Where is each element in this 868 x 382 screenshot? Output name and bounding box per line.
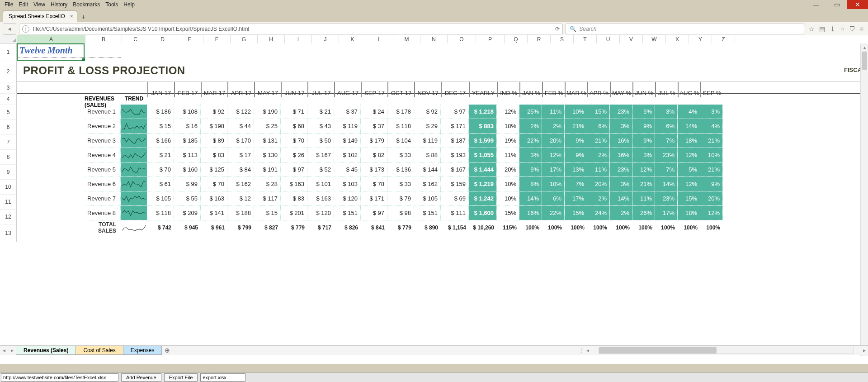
- value-cell[interactable]: $ 179: [361, 134, 387, 148]
- month-pct-cell[interactable]: 7%: [655, 134, 677, 148]
- month-pct-cell[interactable]: 3%: [610, 119, 632, 133]
- month-pct-cell[interactable]: 17%: [542, 162, 564, 177]
- month-pct-cell[interactable]: 17%: [655, 206, 677, 220]
- month-pct-cell[interactable]: 13%: [565, 162, 587, 177]
- col-header-U[interactable]: U: [597, 35, 620, 43]
- url-input[interactable]: i file:///C:/Users/admin/Documents/Sampl…: [19, 24, 563, 34]
- value-cell[interactable]: $ 105: [147, 191, 174, 205]
- month-pct-cell[interactable]: 10%: [542, 177, 564, 191]
- value-cell[interactable]: $ 83: [201, 148, 227, 162]
- month-pct-cell[interactable]: 25%: [519, 105, 542, 119]
- col-header-M[interactable]: M: [393, 35, 420, 43]
- month-pct-cell[interactable]: 23%: [610, 105, 632, 119]
- menu-edit[interactable]: Edit: [16, 0, 31, 9]
- value-cell[interactable]: $ 167: [307, 148, 334, 162]
- row-header-2[interactable]: 2: [0, 61, 17, 82]
- value-cell[interactable]: $ 160: [174, 162, 200, 177]
- value-cell[interactable]: $ 25: [254, 119, 280, 133]
- yearly-cell[interactable]: $ 883: [469, 119, 496, 133]
- row-header-13[interactable]: 13: [0, 224, 17, 242]
- value-cell[interactable]: $ 119: [334, 119, 360, 133]
- value-cell[interactable]: $ 131: [254, 134, 280, 148]
- value-cell[interactable]: $ 178: [387, 105, 414, 119]
- value-cell[interactable]: $ 28: [254, 177, 280, 191]
- hscroll-left-icon[interactable]: ◂: [584, 347, 591, 353]
- value-cell[interactable]: $ 162: [414, 177, 440, 191]
- month-pct-cell[interactable]: 2%: [519, 119, 542, 133]
- value-cell[interactable]: $ 171: [361, 191, 387, 205]
- value-cell[interactable]: $ 151: [334, 206, 360, 220]
- value-cell[interactable]: $ 171: [441, 119, 468, 133]
- export-file-button[interactable]: Export File: [164, 373, 198, 382]
- hscroll-right-icon[interactable]: ▸: [861, 347, 868, 353]
- col-header-G[interactable]: G: [231, 35, 258, 43]
- sheet-nav-prev[interactable]: ▸: [8, 347, 16, 353]
- month-pct-cell[interactable]: 2%: [587, 191, 609, 205]
- bookmark-star-icon[interactable]: ☆: [809, 25, 815, 33]
- month-pct-cell[interactable]: 9%: [519, 162, 542, 177]
- value-cell[interactable]: $ 125: [201, 162, 227, 177]
- value-cell[interactable]: $ 21: [147, 148, 174, 162]
- grid-content[interactable]: Twelve MonthPROFIT & LOSS PROJECTIONFISC…: [17, 43, 868, 356]
- value-cell[interactable]: $ 130: [254, 148, 280, 162]
- value-cell[interactable]: $ 120: [334, 191, 360, 205]
- value-cell[interactable]: $ 70: [281, 134, 307, 148]
- value-cell[interactable]: $ 45: [334, 162, 360, 177]
- downloads-icon[interactable]: ⭳: [830, 25, 836, 33]
- month-pct-cell[interactable]: 16%: [519, 206, 542, 220]
- sheet-tab-expenses[interactable]: Expenses: [123, 346, 162, 355]
- value-cell[interactable]: $ 92: [414, 105, 440, 119]
- row-header-3[interactable]: 3: [0, 82, 17, 94]
- home-icon[interactable]: ⌂: [840, 25, 844, 33]
- month-pct-cell[interactable]: 9%: [700, 177, 722, 191]
- value-cell[interactable]: $ 43: [307, 119, 334, 133]
- month-pct-cell[interactable]: 9%: [565, 134, 587, 148]
- value-cell[interactable]: $ 102: [334, 148, 360, 162]
- value-cell[interactable]: $ 71: [281, 105, 307, 119]
- yearly-cell[interactable]: $ 1,242: [469, 191, 496, 205]
- value-cell[interactable]: $ 118: [147, 206, 174, 220]
- col-header-V[interactable]: V: [620, 35, 643, 43]
- value-cell[interactable]: $ 117: [254, 191, 280, 205]
- month-pct-cell[interactable]: 14%: [519, 191, 542, 205]
- value-cell[interactable]: $ 84: [227, 162, 254, 177]
- row-header-12[interactable]: 12: [0, 210, 17, 224]
- value-cell[interactable]: $ 163: [201, 191, 227, 205]
- month-pct-cell[interactable]: 20%: [587, 177, 609, 191]
- value-cell[interactable]: $ 111: [441, 206, 468, 220]
- value-cell[interactable]: $ 105: [414, 191, 440, 205]
- value-cell[interactable]: $ 70: [201, 177, 227, 191]
- value-cell[interactable]: $ 33: [387, 148, 414, 162]
- month-pct-cell[interactable]: 15%: [587, 105, 609, 119]
- month-pct-cell[interactable]: 17%: [565, 191, 587, 205]
- value-cell[interactable]: $ 113: [174, 148, 200, 162]
- hscroll-thumb[interactable]: [599, 347, 717, 353]
- value-cell[interactable]: $ 190: [254, 105, 280, 119]
- value-cell[interactable]: $ 162: [227, 177, 254, 191]
- month-pct-cell[interactable]: 3%: [519, 148, 542, 162]
- value-cell[interactable]: $ 141: [201, 206, 227, 220]
- col-header-N[interactable]: N: [420, 35, 448, 43]
- month-pct-cell[interactable]: 12%: [632, 162, 655, 177]
- month-pct-cell[interactable]: 3%: [632, 148, 655, 162]
- month-pct-cell[interactable]: 24%: [587, 206, 609, 220]
- ind-pct-cell[interactable]: 10%: [497, 191, 519, 205]
- value-cell[interactable]: $ 12: [227, 191, 254, 205]
- value-cell[interactable]: $ 188: [227, 206, 254, 220]
- value-cell[interactable]: $ 83: [281, 191, 307, 205]
- value-cell[interactable]: $ 173: [361, 162, 387, 177]
- col-header-Q[interactable]: Q: [505, 35, 528, 43]
- ind-pct-cell[interactable]: 19%: [497, 134, 519, 148]
- value-cell[interactable]: $ 104: [387, 134, 414, 148]
- select-all-corner[interactable]: [0, 35, 17, 43]
- month-pct-cell[interactable]: 12%: [542, 148, 564, 162]
- yearly-cell[interactable]: $ 1,219: [469, 177, 496, 191]
- value-cell[interactable]: $ 163: [307, 191, 334, 205]
- value-cell[interactable]: $ 69: [441, 191, 468, 205]
- yearly-cell[interactable]: $ 1,055: [469, 148, 496, 162]
- sheet-tab-cost-of-sales[interactable]: Cost of Sales: [75, 346, 123, 355]
- month-pct-cell[interactable]: 6%: [587, 119, 609, 133]
- ind-pct-cell[interactable]: 20%: [497, 162, 519, 177]
- month-pct-cell[interactable]: 21%: [700, 134, 722, 148]
- menu-view[interactable]: View: [31, 0, 48, 9]
